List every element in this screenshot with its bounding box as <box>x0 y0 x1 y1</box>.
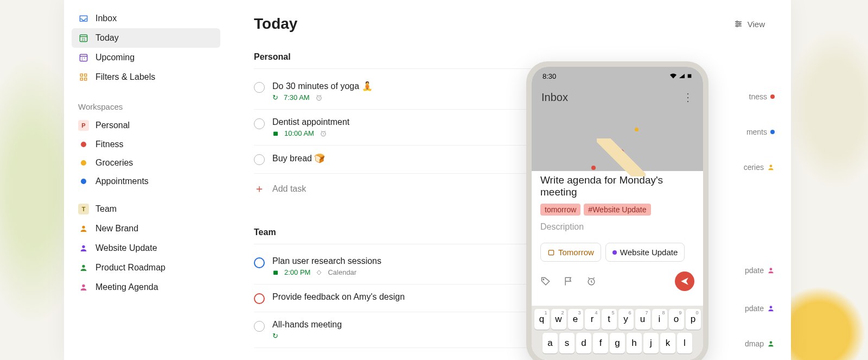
pill-tomorrow: tomorrow <box>540 204 580 216</box>
project-label: Meeting Agenda <box>95 282 158 292</box>
key-k[interactable]: k <box>660 333 675 353</box>
key-g[interactable]: g <box>610 333 625 353</box>
key-o[interactable]: 9o <box>669 309 684 330</box>
key-r[interactable]: 4r <box>585 309 600 330</box>
task-checkbox[interactable] <box>254 154 265 165</box>
nav-filters-labels[interactable]: Filters & Labels <box>72 67 220 87</box>
sliders-icon <box>733 19 743 29</box>
task-checkbox[interactable] <box>254 321 265 332</box>
peek-project-label: dmap <box>745 339 775 348</box>
nav-inbox[interactable]: Inbox <box>72 9 220 28</box>
svg-point-13 <box>736 25 738 27</box>
calendar-today-icon: 21 <box>78 33 89 43</box>
peek-text: tness <box>749 92 767 101</box>
chip-date[interactable]: Tomorrow <box>540 243 601 262</box>
phone-mockup: 8:30 Inbox ⋮ Write agenda for Monday's m… <box>526 61 709 360</box>
key-l[interactable]: l <box>677 333 692 353</box>
key-h[interactable]: h <box>627 333 642 353</box>
project-dot-icon <box>770 94 775 99</box>
svg-text:21: 21 <box>81 37 86 41</box>
svg-point-11 <box>736 21 738 23</box>
calendar-icon <box>272 269 279 276</box>
chip-project[interactable]: Website Update <box>605 243 685 262</box>
phone-keyboard: 1q2w3e4r5t6y7u8i9o0p asdfghjkl <box>532 306 703 360</box>
decorative-bg-right-top <box>787 27 868 190</box>
key-i[interactable]: 8i <box>652 309 667 330</box>
project-meeting-agenda[interactable]: Meeting Agenda <box>72 277 220 297</box>
calendar-icon <box>272 130 279 137</box>
task-checkbox[interactable] <box>254 257 265 268</box>
chip-label: Website Update <box>620 248 678 257</box>
phone-status-bar: 8:30 <box>532 67 703 85</box>
svg-rect-4 <box>85 74 87 76</box>
svg-rect-3 <box>80 74 82 76</box>
sidebar: Inbox 21 Today Upcoming Filters & Labels… <box>64 0 228 360</box>
svg-point-12 <box>739 23 741 25</box>
link-icon <box>316 269 322 276</box>
task-checkbox[interactable] <box>254 118 265 129</box>
svg-rect-6 <box>85 78 87 80</box>
key-a[interactable]: a <box>542 333 558 353</box>
key-e[interactable]: 3e <box>568 309 583 330</box>
phone-task-sheet: Write agenda for Monday's meeting tomorr… <box>532 166 703 306</box>
project-appointments[interactable]: Appointments <box>72 172 220 191</box>
workspace-label: Team <box>95 204 117 214</box>
key-f[interactable]: f <box>593 333 608 353</box>
phone-time: 8:30 <box>542 72 556 80</box>
key-j[interactable]: j <box>643 333 659 353</box>
alarm-icon[interactable] <box>586 276 597 287</box>
key-s[interactable]: s <box>559 333 575 353</box>
svg-rect-17 <box>273 270 278 275</box>
workspaces-header: Workspaces <box>72 98 220 116</box>
project-new-brand[interactable]: New Brand <box>72 219 220 238</box>
project-dot-icon <box>81 179 86 184</box>
illus-shape-icon <box>597 138 646 176</box>
description-input[interactable]: Description <box>540 222 694 232</box>
phone-header: Inbox ⋮ <box>532 85 703 111</box>
workspace-personal[interactable]: P Personal <box>72 116 220 135</box>
send-button[interactable] <box>675 271 694 291</box>
project-label: Groceries <box>95 158 133 168</box>
phone-header-title: Inbox <box>541 91 568 104</box>
peek-project-label: ceries <box>744 163 775 172</box>
svg-point-24 <box>543 279 544 280</box>
pill-project: #Website Update <box>584 204 650 216</box>
illus-dot-icon <box>591 166 596 170</box>
more-icon[interactable]: ⋮ <box>682 91 693 104</box>
task-checkbox[interactable] <box>254 82 265 93</box>
project-website-update[interactable]: Website Update <box>72 238 220 258</box>
key-u[interactable]: 7u <box>635 309 650 330</box>
flag-icon[interactable] <box>563 276 574 287</box>
peek-text: ceries <box>744 163 764 172</box>
peek-project-label: tness <box>749 92 775 101</box>
project-fitness[interactable]: Fitness <box>72 135 220 154</box>
nav-label: Today <box>95 33 119 43</box>
view-button[interactable]: View <box>733 19 765 29</box>
nav-label: Inbox <box>95 14 117 23</box>
key-q[interactable]: 1q <box>534 309 550 330</box>
key-num: 2 <box>561 310 564 315</box>
person-icon <box>78 243 89 254</box>
nav-today[interactable]: 21 Today <box>72 28 220 48</box>
key-d[interactable]: d <box>576 333 591 353</box>
svg-rect-22 <box>688 74 692 78</box>
key-num: 4 <box>595 310 597 315</box>
key-t[interactable]: 5t <box>602 309 617 330</box>
workspace-team[interactable]: T Team <box>72 199 220 219</box>
project-label: Fitness <box>95 140 124 149</box>
task-checkbox[interactable] <box>254 293 265 304</box>
key-w[interactable]: 2w <box>551 309 566 330</box>
nav-upcoming[interactable]: Upcoming <box>72 48 220 67</box>
tag-icon[interactable] <box>540 276 551 287</box>
project-groceries[interactable]: Groceries <box>72 154 220 172</box>
add-task-label: Add task <box>272 184 306 194</box>
project-label: Website Update <box>95 243 157 253</box>
peek-text: ments <box>746 128 767 136</box>
key-p[interactable]: 0p <box>686 309 701 330</box>
peek-project-label: ments <box>746 128 775 136</box>
alarm-icon <box>320 130 327 137</box>
peek-project-label: pdate <box>745 304 775 313</box>
project-product-roadmap[interactable]: Product Roadmap <box>72 258 220 277</box>
plus-icon: ＋ <box>254 181 265 196</box>
key-y[interactable]: 6y <box>618 309 634 330</box>
